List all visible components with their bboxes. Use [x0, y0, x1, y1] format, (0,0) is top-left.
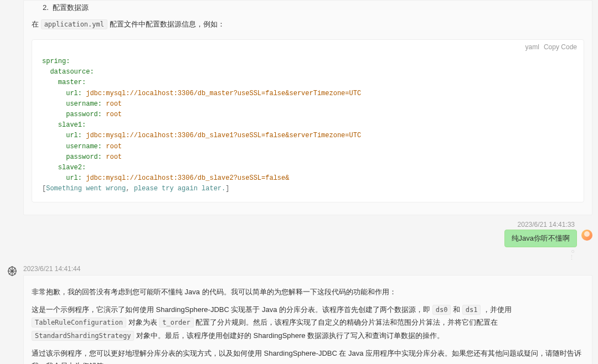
message-actions[interactable]: ○⋮: [6, 248, 575, 261]
code-lang-label: yaml: [525, 43, 539, 51]
inline-code: application.yml: [41, 19, 107, 29]
code-header: yaml Copy Code: [32, 40, 584, 54]
paragraph: 通过该示例程序，您可以更好地理解分库分表的实现方式，以及如何使用 Shardin…: [32, 347, 584, 364]
user-bubble: 纯Java你听不懂啊: [504, 230, 577, 247]
list-title: 配置数据源: [53, 3, 89, 12]
inline-code: ds1: [462, 305, 481, 315]
code-block: yaml Copy Code spring: datasource: maste…: [32, 39, 584, 202]
timestamp: 2023/6/21 14:41:44: [23, 265, 592, 273]
intro-text: 在 application.yml 配置文件中配置数据源信息，例如：: [32, 17, 584, 35]
assistant-message: 2023/6/21 14:41:44 非常抱歉，我的回答没有考虑到您可能听不懂纯…: [6, 265, 592, 364]
inline-code: StandardShardingStrategy: [32, 331, 134, 341]
timestamp: 2023/6/21 14:41:33: [6, 221, 575, 228]
inline-code: t_order: [159, 318, 194, 327]
user-avatar: [581, 230, 592, 241]
paragraph: 这是一个示例程序，它演示了如何使用 ShardingSphere-JDBC 实现…: [32, 303, 584, 342]
assistant-avatar: [6, 265, 19, 278]
paragraph: 非常抱歉，我的回答没有考虑到您可能听不懂纯 Java 的代码。我可以简单的为您解…: [32, 285, 584, 298]
assistant-message: 2. 配置数据源 在 application.yml 配置文件中配置数据源信息，…: [23, 0, 592, 215]
yaml-code: spring: datasource: master: url: jdbc:my…: [32, 54, 584, 202]
copy-code-button[interactable]: Copy Code: [544, 43, 577, 51]
openai-icon: [6, 266, 18, 278]
inline-code: ds0: [432, 305, 451, 315]
assistant-content: 非常抱歉，我的回答没有考虑到您可能听不懂纯 Java 的代码。我可以简单的为您解…: [23, 275, 592, 364]
user-message: 2023/6/21 14:41:33 纯Java你听不懂啊 ○⋮: [6, 221, 592, 261]
list-item: 2. 配置数据源: [32, 1, 584, 17]
inline-code: TableRuleConfiguration: [32, 318, 126, 327]
chat-container: 2. 配置数据源 在 application.yml 配置文件中配置数据源信息，…: [6, 0, 592, 364]
list-number: 2.: [43, 3, 49, 12]
